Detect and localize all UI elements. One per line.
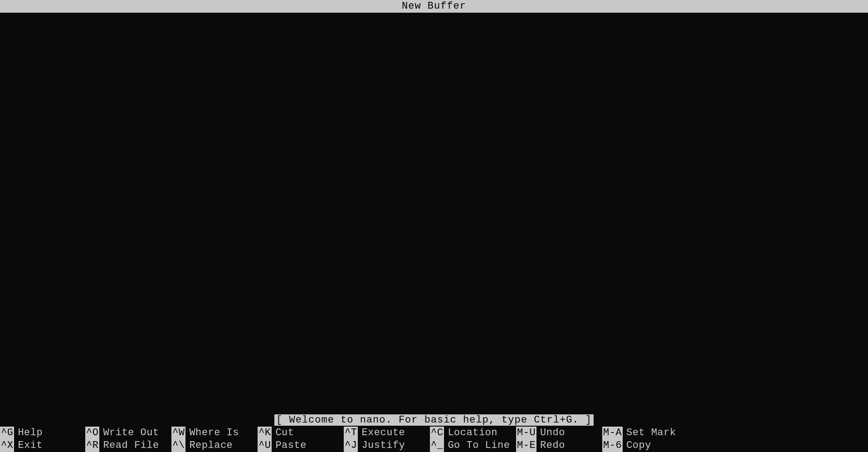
shortcut-replace[interactable]: ^\ Replace (171, 439, 258, 452)
shortcut-row-2: ^X Exit ^R Read File ^\ Replace ^U Paste… (0, 439, 868, 452)
shortcut-cut[interactable]: ^K Cut (258, 427, 344, 439)
shortcut-go-to-line[interactable]: ^_ Go To Line (430, 439, 516, 452)
status-message: [ Welcome to nano. For basic help, type … (274, 414, 594, 426)
editor-buffer[interactable] (0, 13, 868, 414)
shortcut-key: ^X (0, 439, 14, 452)
title-bar: New Buffer (0, 0, 868, 13)
shortcut-label: Copy (623, 439, 651, 452)
shortcut-label: Undo (536, 427, 565, 439)
shortcut-key: M-U (516, 427, 536, 439)
shortcut-label: Replace (185, 439, 233, 452)
shortcut-row-1: ^G Help ^O Write Out ^W Where Is ^K Cut … (0, 427, 868, 439)
shortcut-label: Set Mark (623, 427, 676, 439)
shortcut-label: Paste (272, 439, 307, 452)
shortcut-label: Go To Line (444, 439, 510, 452)
shortcut-label: Cut (272, 427, 294, 439)
shortcut-write-out[interactable]: ^O Write Out (85, 427, 171, 439)
shortcut-key: ^_ (430, 439, 444, 452)
footer-section: [ Welcome to nano. For basic help, type … (0, 414, 868, 452)
shortcut-redo[interactable]: M-E Redo (516, 439, 602, 452)
shortcut-key: M-6 (602, 439, 623, 452)
shortcut-key: ^O (85, 427, 99, 439)
shortcut-label: Execute (358, 427, 405, 439)
shortcut-key: ^W (171, 427, 185, 439)
shortcut-label: Exit (14, 439, 43, 452)
shortcut-label: Redo (536, 439, 565, 452)
shortcut-bar: ^G Help ^O Write Out ^W Where Is ^K Cut … (0, 427, 868, 452)
shortcut-key: ^C (430, 427, 444, 439)
shortcut-key: M-A (602, 427, 623, 439)
shortcut-undo[interactable]: M-U Undo (516, 427, 602, 439)
shortcut-justify[interactable]: ^J Justify (344, 439, 430, 452)
shortcut-label: Help (14, 427, 43, 439)
shortcut-key: ^R (85, 439, 99, 452)
shortcut-read-file[interactable]: ^R Read File (85, 439, 171, 452)
shortcut-key: M-E (516, 439, 536, 452)
shortcut-label: Where Is (185, 427, 239, 439)
status-line: [ Welcome to nano. For basic help, type … (0, 414, 868, 427)
shortcut-label: Justify (358, 439, 405, 452)
buffer-title: New Buffer (402, 0, 466, 12)
shortcut-key: ^J (344, 439, 358, 452)
shortcut-exit[interactable]: ^X Exit (0, 439, 85, 452)
shortcut-paste[interactable]: ^U Paste (258, 439, 344, 452)
shortcut-where-is[interactable]: ^W Where Is (171, 427, 258, 439)
shortcut-label: Location (444, 427, 497, 439)
shortcut-key: ^G (0, 427, 14, 439)
shortcut-key: ^K (258, 427, 272, 439)
shortcut-key: ^U (258, 439, 272, 452)
shortcut-execute[interactable]: ^T Execute (344, 427, 430, 439)
shortcut-help[interactable]: ^G Help (0, 427, 85, 439)
shortcut-key: ^\ (171, 439, 185, 452)
shortcut-key: ^T (344, 427, 358, 439)
shortcut-set-mark[interactable]: M-A Set Mark (602, 427, 688, 439)
shortcut-location[interactable]: ^C Location (430, 427, 516, 439)
shortcut-label: Read File (99, 439, 159, 452)
shortcut-copy[interactable]: M-6 Copy (602, 439, 688, 452)
shortcut-label: Write Out (99, 427, 159, 439)
